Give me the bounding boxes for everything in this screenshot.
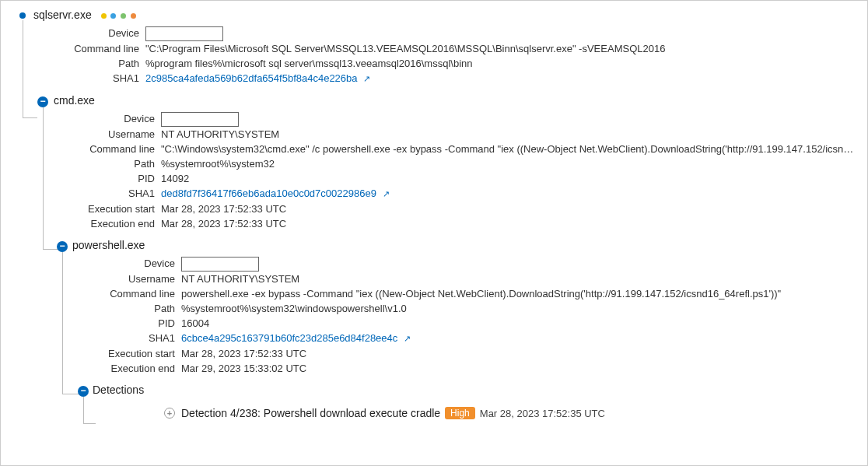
field-commandline: Command line "C:\Windows\system32\cmd.ex…	[40, 142, 858, 156]
value: 14092	[155, 171, 189, 186]
detections-title: Detections	[93, 384, 144, 396]
process-name-text: cmd.exe	[54, 94, 95, 107]
label: Execution start	[40, 201, 155, 216]
label: Device	[40, 111, 155, 126]
device-redacted	[161, 112, 239, 127]
sha1-link[interactable]: 6cbce4a295c163791b60fc23d285e6d84f28ee4c	[181, 332, 397, 344]
field-username: Username NT AUTHORITY\SYSTEM	[40, 127, 858, 142]
value: Mar 28, 2023 17:52:33 UTC	[175, 346, 306, 361]
field-username: Username NT AUTHORITY\SYSTEM	[58, 272, 858, 286]
field-path: Path %program files%\microsoft sql serve…	[24, 56, 858, 71]
field-device: Device	[24, 26, 858, 41]
field-pid: PID 14092	[40, 171, 858, 186]
process-name[interactable]: sqlservr.exe	[24, 9, 858, 21]
value: %systemroot%\system32	[155, 156, 275, 171]
label: PID	[40, 171, 155, 186]
value: NT AUTHORITY\SYSTEM	[175, 272, 299, 286]
process-name[interactable]: cmd.exe	[40, 94, 858, 107]
external-link-icon[interactable]: ↗	[383, 187, 390, 201]
external-link-icon[interactable]: ↗	[404, 331, 411, 346]
device-redacted	[145, 26, 223, 41]
value: NT AUTHORITY\SYSTEM	[155, 127, 279, 142]
dot-icon	[110, 13, 116, 19]
label: Path	[58, 301, 175, 316]
label: Execution end	[40, 216, 155, 231]
label: Path	[40, 156, 155, 171]
status-dots	[100, 9, 137, 21]
label: SHA1	[40, 186, 155, 201]
process-name-text: sqlservr.exe	[33, 9, 92, 21]
sha1-link[interactable]: ded8fd7f36417f66eb6ada10e0c0d7c0022986e9	[161, 187, 376, 199]
label: SHA1	[58, 331, 175, 345]
label: Username	[40, 127, 155, 142]
value: Mar 28, 2023 17:52:33 UTC	[155, 201, 286, 216]
value: 16004	[175, 316, 209, 331]
field-path: Path %systemroot%\system32	[40, 156, 858, 171]
tree-bullet-icon	[19, 12, 26, 19]
dot-icon	[121, 13, 126, 19]
detection-item[interactable]: Detection 4/238: Powershell download exe…	[79, 407, 858, 419]
value: Mar 29, 2023 15:33:02 UTC	[175, 361, 306, 376]
label: Command line	[24, 41, 139, 56]
field-path: Path %systemroot%\system32\windowspowers…	[58, 301, 858, 316]
dot-icon	[131, 13, 136, 19]
dot-icon	[101, 13, 107, 19]
label: Command line	[58, 286, 175, 301]
label: SHA1	[24, 71, 139, 86]
detection-timestamp: Mar 28, 2023 17:52:35 UTC	[480, 408, 605, 419]
label: Command line	[40, 142, 155, 156]
label: Username	[58, 272, 175, 286]
field-pid: PID 16004	[58, 316, 858, 331]
field-sha1: SHA1 ded8fd7f36417f66eb6ada10e0c0d7c0022…	[40, 186, 858, 201]
device-redacted	[181, 257, 259, 272]
value: "C:\Windows\system32\cmd.exe" /c powersh…	[155, 142, 858, 156]
process-name-text: powershell.exe	[72, 239, 145, 251]
field-device: Device	[40, 111, 858, 127]
process-name[interactable]: powershell.exe	[58, 239, 858, 251]
field-execution-end: Execution end Mar 29, 2023 15:33:02 UTC	[58, 361, 858, 376]
field-execution-end: Execution end Mar 28, 2023 17:52:33 UTC	[40, 216, 858, 231]
value: %program files%\microsoft sql server\mss…	[139, 56, 473, 71]
value: powershell.exe -ex bypass -Command "iex …	[175, 286, 781, 301]
external-link-icon[interactable]: ↗	[363, 72, 370, 86]
field-commandline: Command line powershell.exe -ex bypass -…	[58, 286, 858, 301]
collapse-toggle[interactable]	[37, 96, 48, 107]
detections-header[interactable]: Detections	[79, 384, 858, 396]
label: Path	[24, 56, 139, 71]
label: Device	[58, 256, 175, 271]
label: PID	[58, 316, 175, 331]
field-commandline: Command line "C:\Program Files\Microsoft…	[24, 41, 858, 56]
detection-title: Detection 4/238: Powershell download exe…	[181, 407, 440, 419]
label: Execution start	[58, 346, 175, 361]
severity-badge: High	[445, 407, 475, 419]
label: Device	[24, 26, 139, 40]
field-sha1: SHA1 2c985ca4afeda569b62dfa654f5bf8a4c4e…	[24, 71, 858, 86]
label: Execution end	[58, 361, 175, 376]
field-device: Device	[58, 256, 858, 272]
expand-toggle[interactable]	[164, 408, 175, 419]
sha1-link[interactable]: 2c985ca4afeda569b62dfa654f5bf8a4c4e226ba	[145, 72, 358, 84]
field-execution-start: Execution start Mar 28, 2023 17:52:33 UT…	[40, 201, 858, 216]
field-execution-start: Execution start Mar 28, 2023 17:52:33 UT…	[58, 346, 858, 361]
field-sha1: SHA1 6cbce4a295c163791b60fc23d285e6d84f2…	[58, 331, 858, 346]
value: "C:\Program Files\Microsoft SQL Server\M…	[139, 41, 665, 56]
value: %systemroot%\system32\windowspowershell\…	[175, 301, 407, 316]
value: Mar 28, 2023 17:52:33 UTC	[155, 216, 286, 231]
